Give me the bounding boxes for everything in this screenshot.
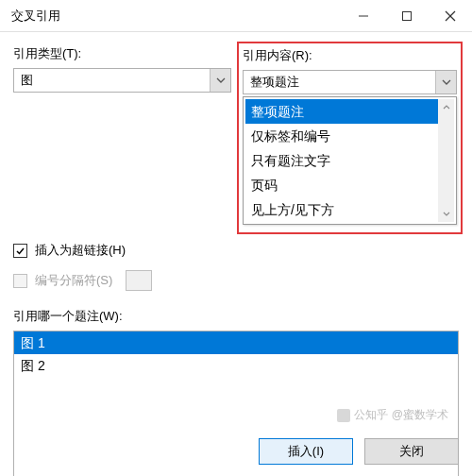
separator-checkbox — [13, 274, 27, 288]
scroll-down-button[interactable] — [438, 206, 454, 222]
svg-rect-1 — [403, 11, 412, 20]
dropdown-item[interactable]: 仅标签和编号 — [245, 124, 454, 148]
list-item[interactable]: 图 2 — [14, 354, 458, 377]
maximize-button[interactable] — [385, 0, 429, 31]
chevron-down-icon — [443, 212, 450, 216]
ref-type-value: 图 — [21, 72, 210, 89]
separator-row: 编号分隔符(S) — [0, 270, 472, 291]
ref-content-combo-button[interactable] — [435, 71, 456, 94]
chevron-down-icon — [216, 77, 226, 83]
chevron-down-icon — [442, 79, 451, 85]
dropdown-item[interactable]: 见上方/见下方 — [245, 197, 454, 222]
window-controls — [342, 0, 472, 31]
hyperlink-checkbox[interactable] — [13, 244, 27, 258]
insert-button[interactable]: 插入(I) — [259, 438, 353, 465]
separator-label: 编号分隔符(S) — [35, 272, 112, 289]
dropdown-scrollbar[interactable] — [438, 99, 454, 222]
dialog-body: 引用类型(T): 图 引用内容(R): 整项题注 整项题注 仅标签和编号 只有题… — [0, 32, 472, 230]
ref-content-group: 引用内容(R): 整项题注 整项题注 仅标签和编号 只有题注文字 页码 见上方/… — [241, 45, 459, 230]
dropdown-item[interactable]: 只有题注文字 — [245, 148, 454, 173]
separator-field — [126, 270, 152, 291]
scroll-track[interactable] — [438, 115, 454, 206]
ref-type-label: 引用类型(T): — [13, 45, 231, 62]
ref-type-combo[interactable]: 图 — [13, 68, 231, 93]
close-button[interactable] — [429, 0, 472, 31]
hyperlink-row: 插入为超链接(H) — [0, 242, 472, 259]
highlighted-group: 引用内容(R): 整项题注 整项题注 仅标签和编号 只有题注文字 页码 见上方/… — [237, 42, 463, 234]
list-item[interactable]: 图 1 — [14, 332, 458, 354]
close-dialog-button[interactable]: 关闭 — [364, 438, 459, 465]
checkmark-icon — [15, 246, 25, 256]
dropdown-item[interactable]: 页码 — [245, 173, 454, 197]
close-button-label: 关闭 — [399, 443, 424, 460]
ref-content-combo[interactable]: 整项题注 — [243, 70, 457, 94]
dropdown-item[interactable]: 整项题注 — [245, 99, 454, 124]
scroll-up-button[interactable] — [438, 99, 454, 115]
minimize-button[interactable] — [342, 0, 385, 31]
which-caption-label: 引用哪一个题注(W): — [0, 308, 472, 325]
hyperlink-label: 插入为超链接(H) — [35, 242, 126, 259]
minimize-icon — [358, 10, 369, 22]
chevron-up-icon — [443, 105, 450, 110]
ref-type-combo-button[interactable] — [210, 69, 230, 92]
ref-content-dropdown[interactable]: 整项题注 仅标签和编号 只有题注文字 页码 见上方/见下方 — [243, 96, 457, 225]
ref-type-group: 引用类型(T): 图 — [13, 45, 231, 230]
insert-button-label: 插入(I) — [288, 443, 324, 460]
ref-content-value: 整项题注 — [250, 74, 435, 91]
dialog-buttons: 插入(I) 关闭 — [259, 438, 459, 465]
ref-content-label: 引用内容(R): — [243, 47, 457, 64]
maximize-icon — [401, 10, 413, 22]
window-title: 交叉引用 — [11, 8, 60, 25]
titlebar: 交叉引用 — [0, 0, 472, 32]
close-icon — [445, 10, 456, 22]
